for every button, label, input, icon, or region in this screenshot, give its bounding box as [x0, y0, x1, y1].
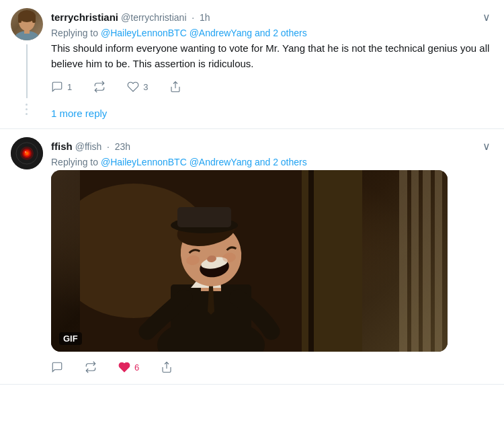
svg-rect-17	[308, 170, 314, 352]
share-icon	[169, 81, 181, 93]
reply-icon	[51, 81, 63, 93]
dot-3	[26, 113, 28, 115]
svg-point-14	[25, 151, 26, 153]
dot-2	[26, 108, 28, 110]
dot-1	[26, 104, 28, 106]
svg-rect-5	[24, 28, 30, 34]
tweet-1-header: terrychristiani @terrychristiani · 1h ∨	[51, 8, 493, 26]
tweet-1-body: terrychristiani @terrychristiani · 1h ∨ …	[0, 0, 504, 104]
svg-rect-33	[177, 207, 231, 227]
tweet-2-header-left: ffish @ffish · 23h	[51, 141, 130, 152]
tweet-2-like-count: 6	[134, 362, 139, 373]
tweet-1-actions: 1	[51, 78, 493, 98]
tweet-2-share-icon	[161, 361, 173, 373]
tweet-2-avatar[interactable]	[11, 137, 43, 169]
tweet-2-content: ffish @ffish · 23h ∨ Replying to @Hailey…	[51, 137, 493, 379]
tweet-1-chevron-icon[interactable]: ∨	[480, 8, 493, 26]
tweet-2-handle-time: @ffish · 23h	[75, 141, 130, 152]
like-icon	[127, 81, 139, 93]
tweet-1-text: This should inform everyone wanting to v…	[51, 41, 493, 71]
tweet-2-mention-links[interactable]: @HaileyLennonBTC @AndrewYang and 2 other…	[101, 157, 307, 167]
tweet-1-avatar[interactable]	[11, 8, 43, 40]
tweet-1-retweet-button[interactable]	[93, 78, 106, 95]
tweet-1: terrychristiani @terrychristiani · 1h ∨ …	[0, 0, 504, 129]
tweet-2-reply-icon	[51, 361, 63, 373]
more-reply-section: 1 more reply	[0, 104, 504, 128]
thread-dots	[26, 104, 28, 115]
tweet-1-content: terrychristiani @terrychristiani · 1h ∨ …	[51, 8, 493, 98]
tweet-2-retweet-icon	[85, 361, 97, 373]
gif-label: GIF	[59, 332, 82, 345]
tweet-2-share-button[interactable]	[161, 358, 173, 376]
svg-rect-3	[32, 15, 36, 23]
tweet-2-retweet-button[interactable]	[85, 358, 97, 376]
tweet-2-actions: 6	[51, 358, 493, 379]
svg-rect-2	[18, 15, 22, 23]
tweet-2-replying: Replying to @HaileyLennonBTC @AndrewYang…	[51, 157, 493, 167]
tweet-1-handle-time: @terrychristiani · 1h	[121, 12, 210, 23]
tweet-2-avatar-col	[11, 137, 43, 379]
tweet-2-like-icon	[118, 361, 130, 373]
tweet-2-username[interactable]: ffish	[51, 141, 73, 152]
tweet-1-username[interactable]: terrychristiani	[51, 11, 118, 23]
tweet-2: ffish @ffish · 23h ∨ Replying to @Hailey…	[0, 129, 504, 385]
tweet-1-share-button[interactable]	[169, 78, 181, 95]
tweet-1-header-left: terrychristiani @terrychristiani · 1h	[51, 11, 210, 23]
tweet-1-mention-links[interactable]: @HaileyLennonBTC @AndrewYang and 2 other…	[101, 28, 307, 38]
person-svg	[80, 170, 362, 352]
tweet-1-like-button[interactable]: 3	[127, 78, 148, 95]
tweet-2-reply-button[interactable]	[51, 358, 63, 376]
tweet-1-replying: Replying to @HaileyLennonBTC @AndrewYang…	[51, 28, 493, 38]
more-reply-link[interactable]: 1 more reply	[51, 108, 107, 119]
tweet-1-reply-count: 1	[67, 82, 72, 92]
tweet-2-chevron-icon[interactable]: ∨	[480, 137, 493, 155]
tweet-1-reply-button[interactable]: 1	[51, 78, 72, 95]
tweet-2-like-button[interactable]: 6	[118, 358, 139, 376]
tweet-2-body: ffish @ffish · 23h ∨ Replying to @Hailey…	[0, 129, 504, 384]
tweet-2-gif[interactable]: GIF	[51, 170, 448, 352]
gif-scene: GIF	[51, 170, 448, 352]
tweet-1-thread-line	[26, 44, 28, 98]
retweet-icon	[93, 81, 106, 93]
tweet-1-like-count: 3	[143, 82, 148, 92]
tweet-1-avatar-col	[11, 8, 43, 98]
tweet-2-header: ffish @ffish · 23h ∨	[51, 137, 493, 155]
